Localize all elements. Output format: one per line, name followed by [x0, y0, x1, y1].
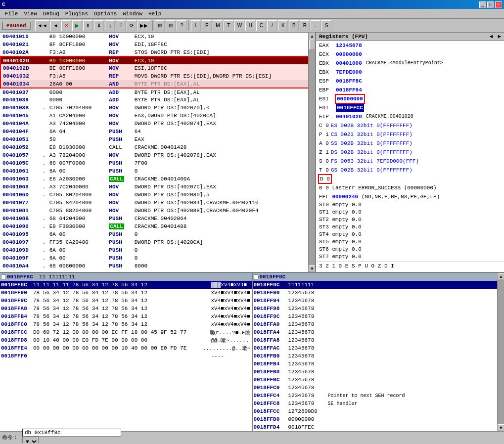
tb-S[interactable]: S — [321, 20, 331, 31]
hex-right-scroll-down[interactable]: ▼ — [498, 424, 504, 431]
hex-right-row[interactable]: 0018FFB0 12345678 — [253, 352, 498, 360]
hex-right-panel[interactable]: 0018FF8C 0018FF8C 11111111 0018FF90 1234… — [253, 273, 504, 431]
tb-L[interactable]: L — [191, 20, 201, 31]
tb-H[interactable]: H — [245, 20, 255, 31]
disasm-row[interactable]: 004010390000ADDBYTE PTR DS:[EAX],AL — [0, 96, 315, 104]
disasm-row[interactable]: 0040109D.6A 00PUSH0 — [0, 246, 315, 254]
hex-right-row[interactable]: 0018FFAC 12345678 — [253, 344, 498, 352]
tb-rewind[interactable]: ◄◄ — [35, 20, 50, 31]
hex-right-row[interactable]: 0018FFCC 1272600D0 — [253, 407, 498, 415]
tb-pause[interactable]: ⏸ — [83, 20, 93, 31]
menu-file[interactable]: File — [2, 10, 21, 17]
hex-left-row[interactable]: 0018FFF0 ---- — [0, 352, 252, 360]
disasm-row[interactable]: 0040103B.C705 70204000MOVDWORD PTR DS:[4… — [0, 104, 315, 112]
hex-left-row[interactable]: 0018FFCC D0 60 72 12 00 00 00 00 EC FF 1… — [0, 328, 252, 336]
hex-right-row[interactable]: 0018FFC4 12345678 Pointer to next SEH re… — [253, 392, 498, 400]
hex-left-row[interactable]: 0018FFE4 00 00 00 00 00 00 00 00 00 10 4… — [0, 344, 252, 352]
scroll-thumb[interactable] — [309, 40, 315, 49]
reg-row-esi[interactable]: ESI00000000 — [316, 94, 504, 103]
disasm-row[interactable]: 0040103426A0 00ANDBYTE PTR DS:[EAX],AL — [0, 80, 315, 88]
reg-row-ecx[interactable]: ECX00000000 — [316, 50, 504, 59]
disasm-scrollbar[interactable]: ▲ ▼ — [308, 33, 315, 272]
disasm-row[interactable]: 00401010B9 10000000MOVECX,10 — [0, 33, 315, 41]
reg-row-ebp[interactable]: EBP0018FF94 — [316, 86, 504, 94]
disasm-row[interactable]: 00401045A1 CA204000MOVEAX,DWORD PTR DS:[… — [0, 112, 315, 120]
disasm-panel[interactable]: 00401010B9 10000000MOVECX,1000401021BF 8… — [0, 33, 316, 272]
disasm-row[interactable]: 0040105150PUSHEAX — [0, 135, 315, 143]
hex-left-panel[interactable]: 0018FF8C 11 111111110018FF8C 11 11 11 11… — [0, 273, 253, 431]
tb-prev[interactable]: ◄ — [50, 20, 60, 31]
tb-M[interactable]: M — [213, 20, 223, 31]
hex-right-row[interactable]: 0018FF90 12345678 — [253, 289, 498, 297]
hex-left-row[interactable]: 0018FFB4 78 56 34 12 78 56 34 12 78 56 3… — [0, 312, 252, 320]
flag-row-s[interactable]: S 0 FS 0053 32bit 7EFDD000(FFF) — [316, 157, 504, 166]
menu-debug[interactable]: Debug — [40, 10, 62, 17]
disasm-row[interactable]: 00401063.E8 A2030000CALLCRACKME.00401400… — [0, 175, 315, 183]
disasm-row[interactable]: 0040102AF3:ABREPSTOS DWORD PTR ES:[EDI] — [0, 48, 315, 56]
reg-row-eax[interactable]: EAX12345678 — [316, 41, 504, 50]
reg-row-esp[interactable]: ESP0018FF8C — [316, 77, 504, 86]
tb-stop[interactable]: ✕ — [61, 20, 71, 31]
disasm-row[interactable]: 0040108B.68 64204000PUSHCRACKME.00402064 — [0, 215, 315, 222]
minimize-button[interactable]: _ — [479, 1, 486, 8]
menu-window[interactable]: Window — [120, 10, 145, 17]
hex-left-checkbox[interactable] — [1, 274, 6, 279]
hex-right-row[interactable]: 0018FFA4 12345678 — [253, 328, 498, 336]
hex-left-row[interactable]: 0018FFC0 78 56 34 12 78 56 34 12 78 56 3… — [0, 320, 252, 328]
hex-right-row[interactable]: 0018FFD0 00000000 — [253, 415, 498, 423]
disasm-row[interactable]: 004010956A 00PUSH0 — [0, 230, 315, 238]
disasm-row[interactable]: 00401032F3:A5REPMOVS DWORD PTR ES:[EDI],… — [0, 72, 315, 80]
disasm-row[interactable]: 00401090.E8 F3030000CALLCRACKME.00401488 — [0, 222, 315, 230]
scroll-track[interactable] — [309, 40, 315, 265]
reg-arrow-right[interactable]: ► — [498, 34, 501, 40]
hex-left-row[interactable]: 0018FF8C 11 11 11 11 78 56 34 12 78 56 3… — [0, 281, 252, 289]
status-dropdown[interactable]: ▼ — [22, 437, 39, 444]
hex-left-row[interactable]: 0018FF90 78 56 34 12 78 56 34 12 78 56 3… — [0, 289, 252, 297]
tb-forward[interactable]: ▶▶ — [137, 20, 150, 31]
hex-right-checkbox[interactable] — [254, 274, 259, 279]
tb-slash[interactable]: / — [267, 20, 277, 31]
hex-right-row[interactable]: 0018FFB8 12345678 — [253, 368, 498, 376]
tb-step-over[interactable]: ⬇ — [94, 20, 104, 31]
hex-right-row[interactable]: 0018FFC8 12345678 SE handler — [253, 400, 498, 407]
reg-row-ebx[interactable]: EBX7EFDE000 — [316, 68, 504, 77]
disasm-row[interactable]: 004010370000ADDBYTE PTR DS:[EAX],AL — [0, 88, 315, 96]
hex-right-row[interactable]: 0018FFA8 12345678 — [253, 336, 498, 344]
disasm-row[interactable]: 0040105C.68 007F0000PUSH7F00 — [0, 159, 315, 167]
disasm-row[interactable]: 0040102DBE 8CFF1800MOVESI,18FF8C — [0, 64, 315, 72]
tb-E[interactable]: E — [202, 20, 212, 31]
disasm-row[interactable]: 00401028B9 10000000MOVECX,10 — [0, 56, 315, 64]
disasm-row[interactable]: 004010A4.68 00800000PUSH8000 — [0, 262, 315, 270]
hex-right-row[interactable]: 0018FFB4 12345678 — [253, 360, 498, 368]
tb-map[interactable]: ⊟ — [166, 20, 176, 31]
disasm-row[interactable]: 0040104AA3 74204000MOVDWORD PTR DS:[4020… — [0, 120, 315, 128]
disasm-row[interactable]: 00401077C705 84204000MOVDWORD PTR DS:[40… — [0, 199, 315, 207]
disasm-row[interactable]: 00401081C705 88204000MOVDWORD PTR DS:[40… — [0, 207, 315, 215]
flag-row-c[interactable]: C 0 ES 002B 32bit 0(FFFFFFFF) — [316, 121, 504, 130]
disasm-row[interactable]: 00401097.FF35 CA20400PUSHDWORD PTR DS:[4… — [0, 238, 315, 246]
scroll-up-btn[interactable]: ▲ — [309, 33, 316, 40]
tb-grid[interactable]: ⊞ — [155, 20, 165, 31]
d-flag-row[interactable]: D 0 — [316, 175, 504, 183]
tb-help[interactable]: ? — [177, 20, 186, 31]
disasm-row[interactable]: 00401068.A3 7C2040000MOVDWORD PTR DS:[40… — [0, 183, 315, 191]
reg-arrow-left[interactable]: ◄ — [490, 34, 493, 40]
disasm-row[interactable]: 00401021BF 8CFF1800MOVEDI,18FF8C — [0, 41, 315, 48]
tb-step-out[interactable]: ⤴ — [116, 20, 126, 31]
flag-row-a[interactable]: A 0 SS 002B 32bit 0(FFFFFFFF) — [316, 139, 504, 148]
hex-right-scrollbar[interactable]: ▲ ▼ — [497, 273, 504, 431]
close-button[interactable]: × — [495, 1, 502, 8]
menu-help[interactable]: Help — [145, 10, 164, 17]
tb-B[interactable]: B — [289, 20, 299, 31]
status-input[interactable] — [22, 429, 121, 437]
hex-right-row[interactable]: 0018FF98 12345678 — [253, 305, 498, 312]
hex-right-row[interactable]: 0018FFBC 12345678 — [253, 376, 498, 384]
reg-row-eip[interactable]: EIP00401028CRACKME.00401028 — [316, 112, 504, 121]
hex-right-row[interactable]: 0018FF9C 12345678 — [253, 312, 498, 320]
tb-R[interactable]: R — [300, 20, 310, 31]
hex-right-row[interactable]: 0018FFA0 12345678 — [253, 320, 498, 328]
hex-right-row[interactable]: 0018FFC0 12345678 — [253, 384, 498, 392]
hex-right-row[interactable]: 0018FFD4 0018FFEC — [253, 423, 498, 431]
flag-row-p[interactable]: P 1 CS 0023 32bit 0(FFFFFFFF) — [316, 130, 504, 139]
tb-more[interactable]: ... — [311, 20, 321, 31]
